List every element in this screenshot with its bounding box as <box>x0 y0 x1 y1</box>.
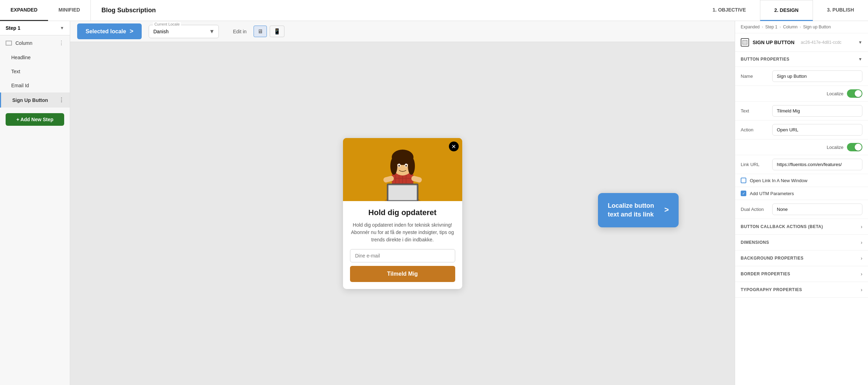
button-properties-chevron-icon: ▼ <box>858 57 862 62</box>
panel-component-icon <box>741 38 749 47</box>
modal-close-button[interactable]: ✕ <box>449 142 459 151</box>
current-locale-select[interactable]: Danish <box>149 25 219 38</box>
typography-expand-icon: › <box>861 287 862 293</box>
svg-rect-20 <box>389 185 417 200</box>
dimensions-title: DIMENSIONS <box>741 240 769 245</box>
column-dots-menu[interactable]: ⋮ <box>59 40 64 46</box>
open-link-label: Open Link In A New Window <box>750 178 807 183</box>
sidebar: Step 1 ▼ Column ⋮ Headline Text Email Id… <box>0 21 70 385</box>
sidebar-item-email-label: Email Id <box>11 83 29 88</box>
desktop-view-button[interactable]: 🖥 <box>254 26 267 37</box>
add-utm-label: Add UTM Parameters <box>750 191 794 196</box>
edit-in-label: Edit in <box>233 29 247 34</box>
add-new-step-button[interactable]: + Add New Step <box>6 113 64 126</box>
main-layout: Step 1 ▼ Column ⋮ Headline Text Email Id… <box>0 21 868 385</box>
panel-collapse-button[interactable]: ▼ <box>858 40 862 45</box>
open-link-checkbox-row: Open Link In A New Window <box>735 174 868 187</box>
sidebar-item-text[interactable]: Text <box>0 64 70 78</box>
svg-point-16 <box>398 165 400 167</box>
sidebar-item-headline[interactable]: Headline <box>0 50 70 64</box>
svg-rect-24 <box>743 41 747 44</box>
top-bar-right: 1. OBJECTIVE 2. DESIGN 3. PUBLISH <box>699 0 868 21</box>
tooltip-arrow-icon: > <box>664 205 669 215</box>
dual-action-label: Dual Action <box>741 207 772 212</box>
button-callback-section[interactable]: BUTTON CALLBACK ACTIONS (BETA) › <box>735 219 868 235</box>
tab-design[interactable]: 2. DESIGN <box>760 0 813 21</box>
edit-in-icons: 🖥 📱 <box>254 26 284 37</box>
add-utm-checkbox[interactable]: ✓ <box>741 191 746 196</box>
column-icon <box>6 41 12 46</box>
action-select[interactable]: Open URL <box>772 124 862 136</box>
dual-action-property-row: Dual Action None <box>735 200 868 219</box>
link-url-input[interactable] <box>772 159 862 170</box>
locale-btn-arrow-icon: > <box>130 28 134 35</box>
tab-objective[interactable]: 1. OBJECTIVE <box>699 0 760 21</box>
background-properties-section[interactable]: BACKGROUND PROPERTIES › <box>735 250 868 266</box>
sidebar-item-column[interactable]: Column ⋮ <box>0 35 70 50</box>
svg-point-12 <box>390 157 397 175</box>
tab-publish[interactable]: 3. PUBLISH <box>813 0 868 21</box>
dimensions-expand-icon: › <box>861 240 862 245</box>
sidebar-item-sign-up-button[interactable]: Sign Up Button ⋮ <box>0 92 70 108</box>
modal-email-input[interactable] <box>350 249 455 262</box>
breadcrumb-signup-btn: Sign up Button <box>803 25 831 29</box>
localize-2-label: Localize <box>827 145 843 150</box>
mobile-view-button[interactable]: 📱 <box>270 26 284 37</box>
modal-preview-card: ✕ Hold dig opdateret Hold dig opdateret … <box>343 138 462 289</box>
button-properties-title: BUTTON PROPERTIES <box>741 57 789 62</box>
localize-1-label: Localize <box>827 91 843 96</box>
step-chevron-icon: ▼ <box>60 26 64 30</box>
locale-btn-label: Selected locale <box>86 28 126 35</box>
localize-toggle-row-2: Localize <box>735 139 868 155</box>
add-utm-checkbox-row: ✓ Add UTM Parameters <box>735 187 868 200</box>
background-expand-icon: › <box>861 255 862 261</box>
text-input[interactable] <box>772 105 862 117</box>
right-panel: Expanded › Step 1 › Column › Sign up But… <box>735 21 868 385</box>
text-label: Text <box>741 108 772 114</box>
localize-toggle-2[interactable] <box>847 143 862 151</box>
open-link-checkbox[interactable] <box>741 178 746 183</box>
dimensions-section[interactable]: DIMENSIONS › <box>735 235 868 250</box>
breadcrumb-sep-3: › <box>800 25 801 29</box>
sidebar-item-email-id[interactable]: Email Id <box>0 78 70 92</box>
breadcrumb-expanded: Expanded <box>741 25 760 29</box>
step-select[interactable]: Step 1 <box>6 25 60 31</box>
modal-description: Hold dig opdateret inden for teknisk skr… <box>350 221 455 243</box>
breadcrumb-sep-2: › <box>780 25 781 29</box>
modal-hero-image <box>343 138 462 201</box>
breadcrumb-column: Column <box>783 25 798 29</box>
text-property-row: Text <box>735 102 868 121</box>
modal-submit-button[interactable]: Tilmeld Mig <box>350 266 455 282</box>
panel-header: SIGN UP BUTTON ac26-417e-4d81-ccdc ▼ <box>735 33 868 52</box>
breadcrumb: Expanded › Step 1 › Column › Sign up But… <box>735 21 868 33</box>
border-expand-icon: › <box>861 271 862 277</box>
svg-point-17 <box>405 165 407 167</box>
modal-body: Hold dig opdateret Hold dig opdateret in… <box>343 201 462 289</box>
canvas-content: ✕ Hold dig opdateret Hold dig opdateret … <box>70 42 735 385</box>
typography-properties-title: TYPOGRAPHY PROPERTIES <box>741 287 802 292</box>
button-properties-section[interactable]: BUTTON PROPERTIES ▼ <box>735 52 868 67</box>
typography-properties-section[interactable]: TYPOGRAPHY PROPERTIES › <box>735 282 868 298</box>
action-label: Action <box>741 127 772 132</box>
step-header[interactable]: Step 1 ▼ <box>0 21 70 35</box>
top-bar: EXPANDED MINIFIED Blog Subscription 1. O… <box>0 0 868 21</box>
border-properties-section[interactable]: BORDER PROPERTIES › <box>735 266 868 282</box>
canvas-area: Selected locale > Current Locale Danish … <box>70 21 735 385</box>
dual-action-select[interactable]: None <box>772 204 862 215</box>
action-property-row: Action Open URL <box>735 121 868 139</box>
sign-up-dots-menu[interactable]: ⋮ <box>59 97 64 103</box>
panel-component-type: SIGN UP BUTTON <box>753 40 794 45</box>
background-properties-title: BACKGROUND PROPERTIES <box>741 256 803 261</box>
tab-minified[interactable]: MINIFIED <box>48 0 90 21</box>
tooltip-text: Localize button text and its link <box>608 201 664 219</box>
tab-expanded[interactable]: EXPANDED <box>0 0 48 21</box>
current-locale-label: Current Locale <box>153 22 181 26</box>
name-input[interactable] <box>772 70 862 82</box>
sidebar-item-headline-label: Headline <box>11 55 31 60</box>
localize-toggle-row-1: Localize <box>735 86 868 102</box>
localize-toggle-1[interactable] <box>847 89 862 98</box>
breadcrumb-step1: Step 1 <box>765 25 778 29</box>
link-url-label: Link URL <box>741 162 772 167</box>
sidebar-item-text-label: Text <box>11 69 20 74</box>
selected-locale-button[interactable]: Selected locale > <box>77 23 142 39</box>
